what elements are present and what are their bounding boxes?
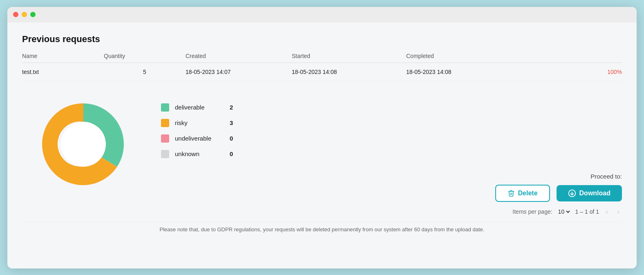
delete-label: Delete	[518, 190, 538, 197]
legend-color-undeliverable	[161, 134, 169, 143]
main-window: Previous requests Name Quantity Created …	[7, 7, 637, 268]
trash-icon	[508, 190, 515, 197]
legend-row-undeliverable: undeliverable 0	[161, 134, 622, 143]
col-header-created: Created	[186, 53, 292, 59]
lower-section: deliverable 2 risky 3 undeliverable 0	[22, 91, 622, 202]
cell-quantity: 5	[104, 69, 186, 75]
cell-name: test.txt	[22, 69, 104, 75]
delete-button[interactable]: Delete	[495, 185, 550, 202]
actions-area: Proceed to: Delete	[161, 173, 622, 202]
legend-row-deliverable: deliverable 2	[161, 103, 622, 112]
legend-label-unknown: unknown	[175, 150, 224, 157]
cell-pct: 100%	[521, 69, 622, 75]
donut-chart	[38, 99, 128, 189]
chart-area	[22, 91, 145, 197]
download-icon	[568, 189, 576, 197]
next-page-button[interactable]: ›	[615, 207, 622, 217]
legend: deliverable 2 risky 3 undeliverable 0	[161, 103, 622, 158]
legend-row-risky: risky 3	[161, 119, 622, 127]
table-header: Name Quantity Created Started Completed	[22, 53, 622, 63]
items-per-page-label: Items per page:	[512, 208, 552, 215]
cell-created: 18-05-2023 14:07	[186, 69, 292, 75]
table-row: test.txt 5 18-05-2023 14:07 18-05-2023 1…	[22, 63, 622, 81]
legend-count-unknown: 0	[230, 150, 233, 157]
legend-count-undeliverable: 0	[230, 135, 233, 142]
content-area: Previous requests Name Quantity Created …	[7, 22, 637, 268]
footer-note: Please note that, due to GDPR regulation…	[22, 222, 622, 235]
close-dot[interactable]	[13, 12, 18, 17]
legend-label-deliverable: deliverable	[175, 104, 224, 111]
col-header-quantity: Quantity	[104, 53, 186, 59]
col-header-completed: Completed	[406, 53, 521, 59]
cell-started: 18-05-2023 14:08	[292, 69, 406, 75]
items-per-page-select[interactable]: 10 25 50	[557, 208, 571, 215]
titlebar	[7, 7, 637, 22]
col-header-name: Name	[22, 53, 104, 59]
legend-color-unknown	[161, 150, 169, 158]
buttons-row: Delete Download	[495, 185, 622, 202]
legend-color-deliverable	[161, 103, 169, 112]
legend-label-risky: risky	[175, 119, 224, 126]
requests-table: Name Quantity Created Started Completed …	[22, 53, 622, 81]
donut-hole	[61, 122, 106, 167]
legend-color-risky	[161, 119, 169, 127]
legend-label-undeliverable: undeliverable	[175, 135, 224, 142]
page-title: Previous requests	[22, 34, 622, 45]
pagination-range: 1 – 1 of 1	[575, 208, 599, 215]
col-header-extra	[521, 53, 622, 59]
proceed-label: Proceed to:	[590, 173, 622, 180]
legend-count-risky: 3	[230, 119, 233, 126]
minimize-dot[interactable]	[22, 12, 27, 17]
cell-completed: 18-05-2023 14:08	[406, 69, 521, 75]
legend-count-deliverable: 2	[230, 104, 233, 111]
col-header-started: Started	[292, 53, 406, 59]
prev-page-button[interactable]: ‹	[603, 207, 610, 217]
pagination-bar: Items per page: 10 25 50 1 – 1 of 1 ‹ ›	[22, 202, 622, 219]
download-label: Download	[579, 190, 610, 197]
legend-actions-area: deliverable 2 risky 3 undeliverable 0	[161, 91, 622, 202]
maximize-dot[interactable]	[30, 12, 36, 17]
legend-row-unknown: unknown 0	[161, 150, 622, 158]
download-button[interactable]: Download	[557, 185, 622, 201]
